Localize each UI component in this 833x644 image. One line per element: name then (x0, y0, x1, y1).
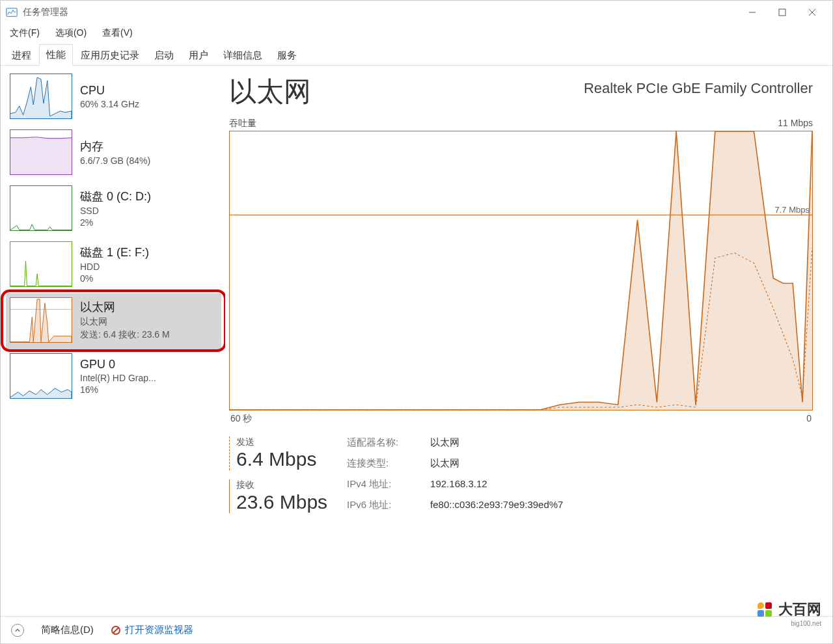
window-title: 任务管理器 (23, 7, 737, 18)
sidebar-item-ethernet[interactable]: 以太网 以太网 发送: 6.4 接收: 23.6 M (6, 293, 221, 349)
ethernet-thumbnail-chart (10, 297, 72, 343)
disk1-title: 磁盘 1 (E: F:) (80, 245, 149, 260)
minimize-button[interactable] (737, 3, 767, 22)
menu-file[interactable]: 文件(F) (6, 26, 44, 40)
detail-title: 以太网 (229, 74, 311, 110)
sidebar-item-disk0[interactable]: 磁盘 0 (C: D:) SSD 2% (6, 181, 221, 237)
throughput-chart[interactable]: 7.7 Mbps (229, 131, 813, 410)
svg-line-9 (113, 628, 118, 633)
gpu-sub2: 16% (80, 384, 156, 395)
disk1-sub1: HDD (80, 262, 149, 272)
tab-details[interactable]: 详细信息 (216, 45, 269, 66)
watermark: 大百网 big100.net (756, 600, 821, 619)
prop-adapter-name-label: 适配器名称: (347, 436, 418, 451)
resource-monitor-icon (111, 625, 121, 636)
tab-services[interactable]: 服务 (270, 45, 304, 66)
sidebar-item-gpu[interactable]: GPU 0 Intel(R) HD Grap... 16% (6, 349, 221, 405)
brief-info-link[interactable]: 简略信息(D) (41, 624, 94, 636)
memory-sub: 6.6/7.9 GB (84%) (80, 155, 150, 166)
detail-adapter: Realtek PCIe GbE Family Controller (584, 74, 813, 97)
gpu-thumbnail-chart (10, 353, 72, 399)
detail-pane: 以太网 Realtek PCIe GbE Family Controller 吞… (225, 66, 832, 616)
throughput-label: 吞吐量 (229, 118, 256, 129)
tab-processes[interactable]: 进程 (5, 45, 38, 66)
properties-table: 适配器名称: 以太网 连接类型: 以太网 IPv4 地址: 192.168.3.… (347, 436, 563, 513)
open-resource-monitor-link[interactable]: 打开资源监视器 (125, 624, 193, 636)
chevron-up-icon[interactable] (11, 624, 24, 637)
prop-adapter-name: 以太网 (430, 436, 563, 451)
svg-rect-5 (10, 138, 72, 175)
prop-ipv4: 192.168.3.12 (430, 478, 563, 492)
detail-header: 以太网 Realtek PCIe GbE Family Controller (229, 71, 813, 116)
recv-block: 接收 23.6 Mbps (229, 479, 327, 513)
send-recv-column: 发送 6.4 Mbps 接收 23.6 Mbps (229, 436, 327, 513)
memory-title: 内存 (80, 139, 150, 154)
send-block: 发送 6.4 Mbps (229, 436, 327, 470)
window-controls (737, 3, 827, 22)
titlebar: 任务管理器 (1, 1, 832, 24)
maximize-button[interactable] (767, 3, 797, 22)
disk0-sub1: SSD (80, 206, 151, 216)
chart-meta: 吞吐量 11 Mbps (229, 116, 813, 131)
gpu-title: GPU 0 (80, 358, 156, 371)
svg-marker-7 (230, 131, 812, 410)
prop-conn-type-label: 连接类型: (347, 457, 418, 472)
recv-label: 接收 (236, 479, 327, 491)
prop-conn-type: 以太网 (430, 457, 563, 472)
xaxis-left: 60 秒 (230, 413, 252, 425)
sidebar-item-memory[interactable]: 内存 6.6/7.9 GB (84%) (6, 126, 221, 181)
statusbar: 简略信息(D) 打开资源监视器 (1, 616, 832, 643)
watermark-sub: big100.net (791, 620, 821, 627)
xaxis-right: 0 (806, 413, 812, 425)
recv-value: 23.6 Mbps (236, 491, 327, 513)
sidebar-item-cpu[interactable]: CPU 60% 3.14 GHz (6, 70, 221, 126)
send-value: 6.4 Mbps (236, 448, 327, 470)
tab-performance[interactable]: 性能 (39, 44, 73, 66)
gpu-sub1: Intel(R) HD Grap... (80, 373, 156, 383)
svg-rect-2 (779, 9, 785, 16)
menu-options[interactable]: 选项(O) (51, 26, 90, 40)
disk0-sub2: 2% (80, 217, 151, 228)
ethernet-sub1: 以太网 (80, 316, 170, 328)
tab-users[interactable]: 用户 (182, 45, 215, 66)
send-label: 发送 (236, 436, 327, 448)
ymax-label: 11 Mbps (778, 118, 813, 129)
main-area: CPU 60% 3.14 GHz 内存 6.6/7.9 GB (84%) (1, 66, 832, 616)
task-manager-window: 任务管理器 文件(F) 选项(O) 查看(V) 进程 性能 应用历史记录 启动 … (0, 0, 833, 644)
chart-xaxis: 60 秒 0 (229, 413, 813, 433)
sidebar-item-disk1[interactable]: 磁盘 1 (E: F:) HDD 0% (6, 237, 221, 293)
performance-sidebar: CPU 60% 3.14 GHz 内存 6.6/7.9 GB (84%) (1, 66, 225, 616)
menubar: 文件(F) 选项(O) 查看(V) (1, 24, 832, 42)
tab-startup[interactable]: 启动 (147, 45, 181, 66)
cpu-title: CPU (80, 84, 139, 98)
prop-ipv6-label: IPv6 地址: (347, 499, 418, 513)
cpu-thumbnail-chart (10, 74, 72, 119)
memory-thumbnail-chart (10, 129, 72, 175)
disk0-thumbnail-chart (10, 185, 72, 231)
prop-ipv6: fe80::c036:2e93:79e9:39ed%7 (430, 499, 563, 513)
cpu-sub: 60% 3.14 GHz (80, 99, 139, 109)
app-icon (6, 7, 18, 18)
stats-row: 发送 6.4 Mbps 接收 23.6 Mbps 适配器名称: 以太网 连接类型… (229, 433, 813, 513)
watermark-text: 大百网 (778, 600, 821, 619)
ethernet-title: 以太网 (80, 299, 170, 315)
tab-strip: 进程 性能 应用历史记录 启动 用户 详细信息 服务 (1, 42, 832, 66)
watermark-logo-icon (756, 601, 773, 618)
tab-app-history[interactable]: 应用历史记录 (74, 45, 146, 66)
disk0-title: 磁盘 0 (C: D:) (80, 189, 151, 204)
disk1-sub2: 0% (80, 273, 149, 284)
disk1-thumbnail-chart (10, 241, 72, 287)
ethernet-sub2: 发送: 6.4 接收: 23.6 M (80, 329, 170, 341)
menu-view[interactable]: 查看(V) (98, 26, 137, 40)
close-button[interactable] (797, 3, 827, 22)
prop-ipv4-label: IPv4 地址: (347, 478, 418, 492)
